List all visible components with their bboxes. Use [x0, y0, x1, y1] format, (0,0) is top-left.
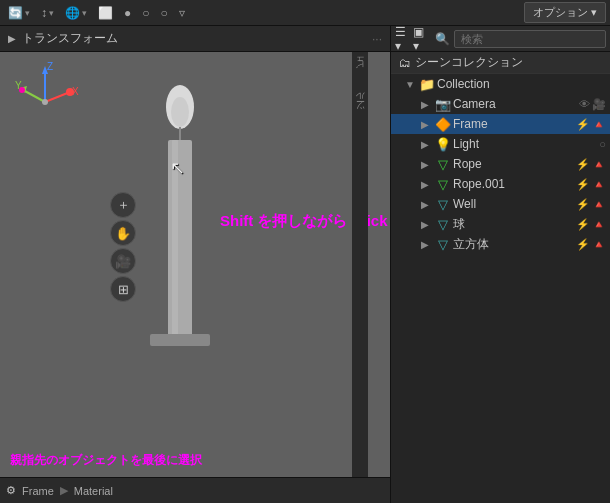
frame-action1[interactable]: ⚡: [576, 118, 590, 131]
tree-arrow-light: ▶: [421, 139, 433, 150]
dot2[interactable]: ○: [138, 4, 153, 22]
rope-icon: ▽: [435, 157, 451, 172]
breadcrumb-sep: ▶: [60, 484, 68, 497]
strip-label-1: ビュー: [354, 56, 367, 76]
ball-action2[interactable]: 🔺: [592, 218, 606, 231]
rope-action1[interactable]: ⚡: [576, 158, 590, 171]
light-actions: ○: [599, 138, 606, 150]
camera-action1[interactable]: 👁: [579, 98, 590, 111]
more-btn[interactable]: ▿: [175, 4, 189, 22]
cube-actions: ⚡ 🔺: [576, 238, 606, 251]
tree-item-collection[interactable]: ▼ 📁 Collection: [391, 74, 610, 94]
frame-label: Frame: [22, 485, 54, 497]
transform-arrow: ▶: [8, 33, 16, 44]
main-content: ▶ トランスフォーム ··· Z Y X: [0, 26, 610, 503]
svg-text:Z: Z: [47, 62, 53, 72]
tree-arrow-well: ▶: [421, 199, 433, 210]
svg-point-12: [171, 97, 189, 127]
well-label: Well: [453, 197, 574, 211]
camera-tool-btn[interactable]: 🎥: [110, 248, 136, 274]
rope001-action1[interactable]: ⚡: [576, 178, 590, 191]
tree-item-light[interactable]: ▶ 💡 Light ○: [391, 134, 610, 154]
outliner-mode-icon[interactable]: ☰ ▾: [395, 26, 409, 53]
svg-text:X: X: [72, 86, 79, 97]
tree-arrow-rope001: ▶: [421, 179, 433, 190]
tree-item-well[interactable]: ▶ ▽ Well ⚡ 🔺: [391, 194, 610, 214]
ball-label: 球: [453, 216, 574, 233]
rope001-actions: ⚡ 🔺: [576, 178, 606, 191]
scene-title: 🗂 シーンコレクション: [391, 52, 610, 74]
camera-icon: 📷: [435, 97, 451, 112]
well-actions: ⚡ 🔺: [576, 198, 606, 211]
ball-icon: ▽: [435, 217, 451, 232]
outliner-filter-icon[interactable]: ▣ ▾: [413, 26, 427, 53]
move-tool-btn[interactable]: ✋: [110, 220, 136, 246]
tree-item-camera[interactable]: ▶ 📷 Camera 👁 🎥: [391, 94, 610, 114]
transform-title: トランスフォーム: [22, 30, 118, 47]
tool-buttons: ＋ ✋ 🎥 ⊞: [110, 192, 136, 302]
well-action1[interactable]: ⚡: [576, 198, 590, 211]
scene-icon: 🗂: [399, 56, 411, 70]
rope-actions: ⚡ 🔺: [576, 158, 606, 171]
search-icon: 🔍: [435, 32, 450, 46]
tree-container: ▼ 📁 Collection ▶ 📷 Camera 👁 🎥 ▶ 🔶: [391, 74, 610, 503]
cube-action1[interactable]: ⚡: [576, 238, 590, 251]
svg-rect-17: [150, 334, 210, 346]
svg-point-9: [42, 99, 48, 105]
rope001-label: Rope.001: [453, 177, 574, 191]
breadcrumb-frame[interactable]: Frame: [22, 485, 54, 497]
breadcrumb-material[interactable]: Material: [74, 485, 113, 497]
tree-item-rope[interactable]: ▶ ▽ Rope ⚡ 🔺: [391, 154, 610, 174]
bottom-status-text: 親指先のオブジェクトを最後に選択: [10, 452, 202, 469]
candle-object: [140, 82, 220, 402]
overlay-btn[interactable]: ⬜: [94, 4, 117, 22]
tree-arrow-camera: ▶: [421, 99, 433, 110]
frame-actions: ⚡ 🔺: [576, 118, 606, 131]
rope001-action2[interactable]: 🔺: [592, 178, 606, 191]
ball-action1[interactable]: ⚡: [576, 218, 590, 231]
outliner-toolbar: ☰ ▾ ▣ ▾ 🔍: [391, 26, 610, 52]
cube-label: 立方体: [453, 236, 574, 253]
tree-arrow-collection: ▼: [405, 79, 417, 90]
tree-arrow-cube: ▶: [421, 239, 433, 250]
light-action1[interactable]: ○: [599, 138, 606, 150]
transform-more[interactable]: ···: [372, 32, 382, 46]
rope-action2[interactable]: 🔺: [592, 158, 606, 171]
scene-label: シーンコレクション: [415, 54, 523, 71]
dot3[interactable]: ○: [157, 4, 172, 22]
well-action2[interactable]: 🔺: [592, 198, 606, 211]
camera-label: Camera: [453, 97, 577, 111]
viewport-icon: ⚙: [6, 484, 16, 497]
right-panel: ☰ ▾ ▣ ▾ 🔍 🗂 シーンコレクション ▼ 📁 Collection ▶: [390, 26, 610, 503]
tree-arrow-rope: ▶: [421, 159, 433, 170]
dot1[interactable]: ●: [120, 4, 135, 22]
frame-icon: 🔶: [435, 117, 451, 132]
viewport-3d[interactable]: Z Y X: [0, 52, 390, 477]
tree-arrow-ball: ▶: [421, 219, 433, 230]
camera-action2[interactable]: 🎥: [592, 98, 606, 111]
add-tool-btn[interactable]: ＋: [110, 192, 136, 218]
collection-label: Collection: [437, 77, 606, 91]
well-icon: ▽: [435, 197, 451, 212]
shading-btn[interactable]: 🌐 ▾: [61, 4, 91, 22]
frame-label-tree: Frame: [453, 117, 574, 131]
viewport-mode-btn[interactable]: 🔄 ▾: [4, 4, 34, 22]
svg-line-3: [23, 90, 45, 102]
tree-item-rope001[interactable]: ▶ ▽ Rope.001 ⚡ 🔺: [391, 174, 610, 194]
transform-mode-btn[interactable]: ↕ ▾: [37, 4, 58, 22]
frame-action2[interactable]: 🔺: [592, 118, 606, 131]
svg-point-10: [19, 87, 25, 93]
tree-item-frame[interactable]: ▶ 🔶 Frame ⚡ 🔺: [391, 114, 610, 134]
cube-action2[interactable]: 🔺: [592, 238, 606, 251]
rope-label: Rope: [453, 157, 574, 171]
tree-item-ball[interactable]: ▶ ▽ 球 ⚡ 🔺: [391, 214, 610, 234]
tree-arrow-frame: ▶: [421, 119, 433, 130]
cube-icon: ▽: [435, 237, 451, 252]
rope001-icon: ▽: [435, 177, 451, 192]
tree-item-cube[interactable]: ▶ ▽ 立方体 ⚡ 🔺: [391, 234, 610, 254]
mouse-cursor: ↖: [170, 157, 185, 179]
search-input[interactable]: [454, 30, 606, 48]
options-button[interactable]: オプション ▾: [524, 2, 606, 23]
grid-tool-btn[interactable]: ⊞: [110, 276, 136, 302]
transform-header: ▶ トランスフォーム ···: [0, 26, 390, 52]
